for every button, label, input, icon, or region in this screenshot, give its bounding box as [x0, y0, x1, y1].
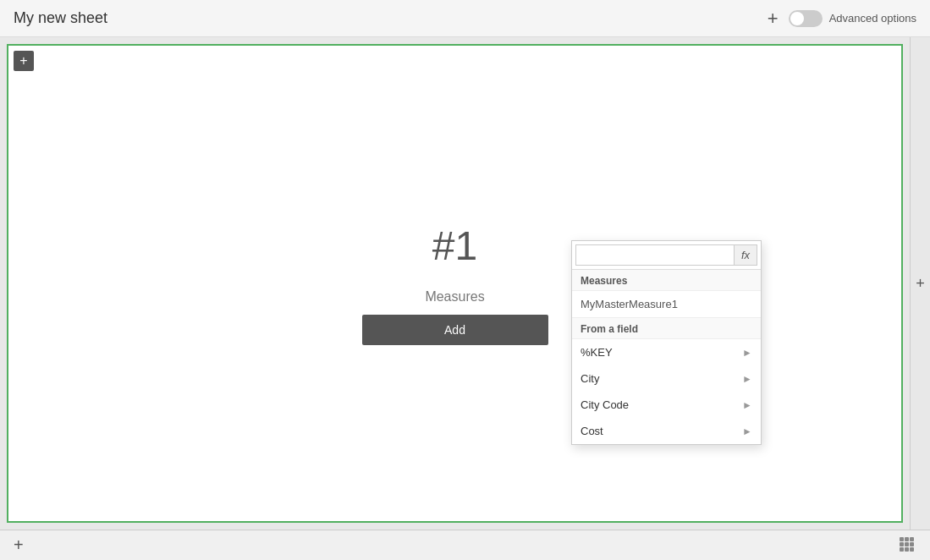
field-name-city: City — [581, 372, 599, 385]
advanced-toggle-wrap: Advanced options — [789, 10, 916, 27]
grid-cell — [910, 547, 914, 552]
chevron-right-icon: ► — [742, 347, 752, 359]
search-row: fx — [572, 241, 761, 270]
header-right: + Advanced options — [768, 9, 916, 28]
add-button-header[interactable]: + — [768, 9, 779, 28]
measure-search-input[interactable] — [575, 244, 735, 266]
measure-dropdown-panel: fx Measures MyMasterMeasure1 From a fiel… — [571, 240, 762, 445]
grid-cell — [900, 547, 904, 552]
grid-cell — [900, 537, 904, 541]
grid-cell — [910, 537, 914, 541]
field-item-key[interactable]: %KEY ► — [572, 339, 761, 365]
field-item-city-code[interactable]: City Code ► — [572, 392, 761, 418]
main-area: + #1 Measures Add fx Measures — [0, 37, 930, 530]
advanced-options-label: Advanced options — [829, 12, 916, 25]
field-item-city[interactable]: City ► — [572, 365, 761, 392]
sheet-area: + #1 Measures Add fx Measures — [7, 44, 903, 523]
grid-cell — [900, 542, 904, 546]
measures-section-header: Measures — [572, 270, 761, 291]
measures-label: Measures — [425, 289, 484, 305]
chevron-right-icon: ► — [742, 399, 752, 411]
field-name-key: %KEY — [581, 346, 613, 359]
advanced-options-toggle[interactable] — [789, 10, 823, 27]
grid-cell — [905, 542, 909, 546]
grid-cell — [910, 542, 914, 546]
measures-section: Measures Add — [362, 289, 548, 345]
canvas-wrap: + #1 Measures Add fx Measures — [0, 37, 910, 530]
fx-button[interactable]: fx — [735, 244, 757, 266]
add-sheet-button[interactable]: + — [14, 535, 24, 555]
chevron-right-icon: ► — [742, 425, 752, 437]
header: My new sheet + Advanced options — [0, 0, 930, 37]
right-sidebar-plus-icon: + — [916, 275, 925, 293]
add-measure-button[interactable]: Add — [362, 315, 548, 345]
chart-placeholder: #1 Measures Add — [362, 222, 548, 345]
field-item-cost[interactable]: Cost ► — [572, 418, 761, 444]
field-name-city-code: City Code — [581, 398, 629, 411]
grid-cell — [905, 537, 909, 541]
grid-view-icon[interactable] — [900, 537, 916, 554]
bottom-bar: + — [0, 530, 930, 560]
from-a-field-header: From a field — [572, 317, 761, 339]
add-object-button[interactable]: + — [14, 51, 34, 71]
chevron-right-icon: ► — [742, 373, 752, 385]
grid-cell — [905, 547, 909, 552]
dropdown-scrollable[interactable]: Measures MyMasterMeasure1 From a field %… — [572, 270, 761, 444]
right-sidebar-toggle[interactable]: + — [910, 37, 930, 530]
master-measure-item[interactable]: MyMasterMeasure1 — [572, 291, 761, 317]
sheet-title: My new sheet — [14, 9, 107, 27]
master-measure-label: MyMasterMeasure1 — [581, 298, 678, 310]
field-name-cost: Cost — [581, 425, 603, 437]
chart-number: #1 — [432, 222, 477, 269]
